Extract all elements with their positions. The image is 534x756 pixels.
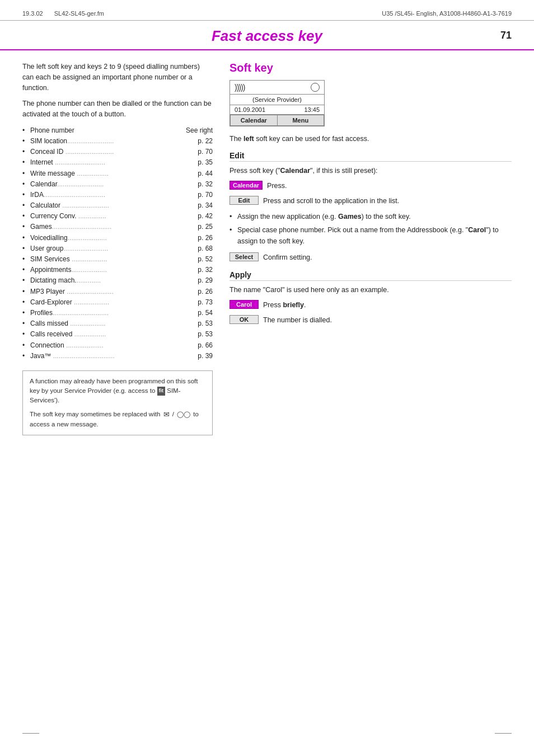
meta-filename: SL42-SL45-ger.fm bbox=[54, 10, 104, 17]
page-title-area: Fast access key 71 bbox=[0, 21, 534, 50]
edit-badge: Edit bbox=[229, 196, 259, 205]
select-instruction: Confirm setting. bbox=[263, 252, 512, 263]
page-title: Fast access key bbox=[212, 27, 322, 44]
phone-softkeys: Calendar Menu bbox=[230, 115, 324, 126]
carol-instruction-row: Carol Press briefly. bbox=[229, 300, 512, 311]
ok-instruction-row: OK The number is dialled. bbox=[229, 315, 512, 326]
phone-time: 13:45 bbox=[304, 106, 320, 113]
list-item: SIM Services ...................p. 52 bbox=[22, 254, 213, 265]
bullet-item-1: Assign the new application (e.g. Games) … bbox=[229, 211, 512, 222]
intro-text-1: The left soft key and keys 2 to 9 (speed… bbox=[22, 62, 213, 93]
footer-rule-left bbox=[22, 733, 39, 734]
list-item: Dictating mach..............p. 29 bbox=[22, 275, 213, 286]
calendar-badge: Calendar bbox=[229, 181, 263, 190]
list-item: SIM location.........................p. … bbox=[22, 136, 213, 147]
list-item: Card-Explorer ...................p. 73 bbox=[22, 297, 213, 308]
list-item: Calls missed ...................p. 53 bbox=[22, 318, 213, 329]
apply-intro: The name "Carol" is used here only as an… bbox=[229, 284, 512, 295]
footer-rule-right bbox=[495, 733, 512, 734]
list-item: Calendar.........................p. 32 bbox=[22, 179, 213, 190]
calendar-instruction-row: Calendar Press. bbox=[229, 181, 512, 191]
apply-heading: Apply bbox=[229, 270, 512, 281]
item-page: See right bbox=[186, 125, 213, 136]
soft-key-heading: Soft key bbox=[229, 62, 512, 74]
ok-instruction: The number is dialled. bbox=[263, 315, 512, 326]
list-item: Java™ .................................p… bbox=[22, 351, 213, 361]
list-item: Appointments...................p. 32 bbox=[22, 265, 213, 275]
feature-list: Phone number See right SIM location.....… bbox=[22, 125, 213, 361]
ok-badge: OK bbox=[229, 315, 259, 324]
list-item: Internet ...........................p. 3… bbox=[22, 157, 213, 168]
sim-icon: fit bbox=[157, 387, 166, 396]
list-item: Conceal ID ..........................p. … bbox=[22, 147, 213, 157]
main-content: The left soft key and keys 2 to 9 (speed… bbox=[0, 50, 534, 447]
list-item: Currency Conv. ...............p. 42 bbox=[22, 211, 213, 222]
list-item: Write message .................p. 44 bbox=[22, 168, 213, 179]
meta-docref: U35 /SL45i- English, A31008-H4860-A1-3-7… bbox=[382, 10, 512, 17]
infobox-para-1: A function may already have been program… bbox=[30, 377, 205, 406]
list-item: Connection ....................p. 66 bbox=[22, 340, 213, 351]
header-meta-left: 19.3.02 SL42-SL45-ger.fm bbox=[22, 10, 104, 17]
list-item: Calculator .........................p. 3… bbox=[22, 200, 213, 211]
phone-date: 01.09.2001 bbox=[235, 106, 265, 113]
infobox-para-2: The soft key may sometimes be replaced w… bbox=[30, 409, 205, 430]
page-container: 19.3.02 SL42-SL45-ger.fm U35 /SL45i- Eng… bbox=[0, 0, 534, 756]
phone-mockup: ))))) (Service Provider) 01.09.2001 13:4… bbox=[229, 80, 325, 126]
left-column: The left soft key and keys 2 to 9 (speed… bbox=[22, 62, 213, 435]
carol-badge: Carol bbox=[229, 300, 259, 309]
signal-bars: ))))) bbox=[235, 83, 245, 92]
carol-instruction: Press briefly. bbox=[263, 300, 512, 311]
list-item: Games................................p. … bbox=[22, 222, 213, 232]
phone-key-right: Menu bbox=[277, 115, 325, 126]
left-key-text: The left soft key can be used for fast a… bbox=[229, 133, 512, 144]
envelope-icon: ✉ bbox=[163, 410, 170, 419]
phone-datetime: 01.09.2001 13:45 bbox=[230, 105, 324, 115]
edit-bullets: Assign the new application (e.g. Games) … bbox=[229, 211, 512, 247]
info-box: A function may already have been program… bbox=[22, 370, 213, 436]
list-item: IrDA.................................p. … bbox=[22, 190, 213, 200]
calendar-instruction: Press. bbox=[267, 181, 512, 191]
voicemail-icon: ◯◯ bbox=[177, 411, 190, 417]
battery-icon bbox=[311, 83, 320, 92]
meta-date: 19.3.02 bbox=[22, 10, 43, 17]
list-item: Calls received .................p. 53 bbox=[22, 329, 213, 340]
select-badge: Select bbox=[229, 252, 259, 261]
edit-instruction: Press and scroll to the application in t… bbox=[263, 196, 512, 206]
bullet-item-2: Special case phone number. Pick out a na… bbox=[229, 224, 512, 247]
edit-instruction-row: Edit Press and scroll to the application… bbox=[229, 196, 512, 206]
edit-heading: Edit bbox=[229, 151, 512, 162]
phone-key-left: Calendar bbox=[230, 115, 277, 126]
list-item: MP3 Player .........................p. 2… bbox=[22, 287, 213, 297]
list-item: User group........................p. 68 bbox=[22, 243, 213, 254]
footer bbox=[22, 733, 512, 734]
provider-text: (Service Provider) bbox=[230, 95, 324, 105]
list-item: Phone number See right bbox=[22, 125, 213, 136]
page-number: 71 bbox=[500, 29, 512, 41]
select-instruction-row: Select Confirm setting. bbox=[229, 252, 512, 263]
phone-top-bar: ))))) bbox=[230, 81, 324, 95]
right-column: Soft key ))))) (Service Provider) 01.09.… bbox=[229, 62, 512, 435]
intro-text-2: The phone number can then be dialled or … bbox=[22, 98, 213, 120]
list-item: Voicedialling.....................p. 26 bbox=[22, 233, 213, 243]
list-item: Profiles..............................p.… bbox=[22, 308, 213, 318]
item-label: Phone number bbox=[30, 126, 74, 134]
edit-intro: Press soft key ("Calendar", if this is s… bbox=[229, 165, 512, 176]
header-meta: 19.3.02 SL42-SL45-ger.fm U35 /SL45i- Eng… bbox=[0, 0, 534, 21]
